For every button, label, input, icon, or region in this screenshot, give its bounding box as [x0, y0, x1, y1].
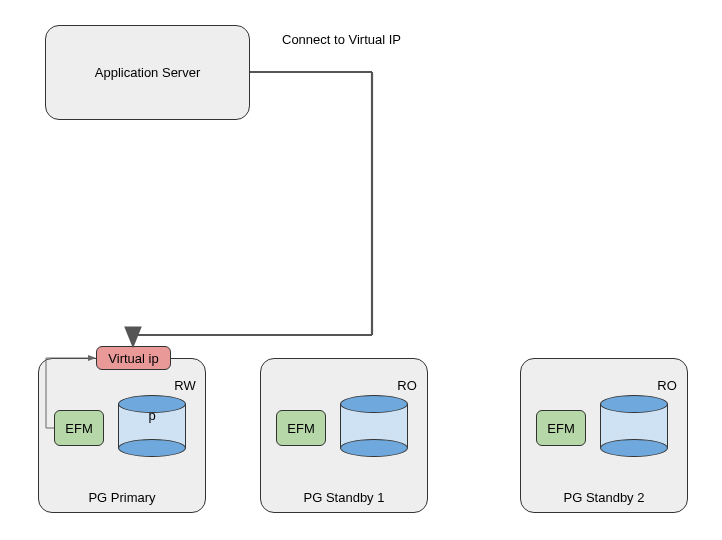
mode-label-primary: RW: [165, 378, 205, 393]
arrow-app-to-vip-final: [250, 55, 365, 72]
application-server-box: Application Server: [45, 25, 250, 120]
efm-box-standby2: EFM: [536, 410, 586, 446]
mode-label-standby1: RO: [387, 378, 427, 393]
efm-label-primary: EFM: [65, 421, 92, 436]
db-cylinder-standby1: [340, 395, 408, 457]
virtual-ip-box: Virtual ip: [96, 346, 171, 370]
arrow-appserver-to-vip: [250, 60, 365, 72]
virtual-ip-label: Virtual ip: [108, 351, 158, 366]
db-cylinder-standby2: [600, 395, 668, 457]
node-name-standby1: PG Standby 1: [260, 490, 428, 505]
node-name-primary: PG Primary: [38, 490, 206, 505]
arrow-app-to-virtual-ip: [250, 55, 370, 72]
efm-box-primary: EFM: [54, 410, 104, 446]
efm-box-standby1: EFM: [276, 410, 326, 446]
arrow-application-to-vip: [250, 58, 365, 72]
noop: [250, 56, 365, 72]
arrow-app-to-vip-line: [250, 56, 365, 72]
arrow-main: [250, 58, 365, 72]
conn-appserver-vip: [250, 56, 365, 72]
efm-label-standby2: EFM: [547, 421, 574, 436]
arrow-app-to-vip-visible: [250, 58, 368, 72]
connect-to-vip-label: Connect to Virtual IP: [282, 32, 442, 47]
db-cylinder-primary: p: [118, 395, 186, 457]
application-server-label: Application Server: [95, 65, 201, 80]
connector-app-to-vip: [250, 58, 368, 72]
node-name-standby2: PG Standby 2: [520, 490, 688, 505]
efm-label-standby1: EFM: [287, 421, 314, 436]
main-connector: [250, 56, 365, 72]
main-arrow-rendered: [250, 56, 365, 72]
connect-label-text: Connect to Virtual IP: [282, 32, 401, 47]
mode-label-standby2: RO: [647, 378, 687, 393]
